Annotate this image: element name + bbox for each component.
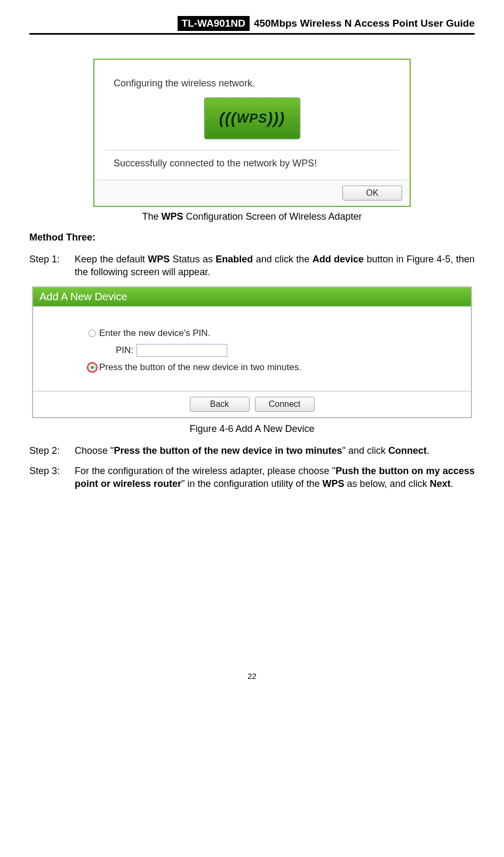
- wps-logo-text: WPS: [237, 111, 268, 126]
- radio-enter-pin[interactable]: [89, 330, 96, 337]
- option-label: Enter the new device's PIN.: [99, 328, 210, 339]
- pin-row: PIN:: [110, 344, 455, 357]
- step-1: Step 1: Keep the default WPS Status as E…: [29, 253, 475, 279]
- radio-press-button[interactable]: [89, 364, 96, 371]
- page-header: TL-WA901ND 450Mbps Wireless N Access Poi…: [29, 16, 475, 35]
- wps-dialog-body: Configuring the wireless network. ((( WP…: [94, 60, 410, 180]
- text: For the configuration of the wireless ad…: [75, 466, 335, 476]
- wps-success-text: Successfully connected to the network by…: [114, 158, 390, 169]
- text-bold: Add device: [313, 254, 364, 265]
- page-number: 22: [29, 671, 475, 680]
- option-press-button-row: Press the button of the new device in tw…: [89, 362, 455, 373]
- panel-footer: Back Connect: [33, 391, 471, 417]
- step-body: Choose "Press the button of the new devi…: [75, 444, 475, 457]
- panel-body: Enter the new device's PIN. PIN: Press t…: [33, 307, 471, 391]
- text-bold: Press the button of the new device in tw…: [114, 445, 342, 456]
- step-label: Step 2:: [29, 444, 75, 457]
- text: " and click: [342, 445, 388, 456]
- wps-logo-icon: ((( WPS ))): [204, 98, 300, 139]
- text-bold: Enabled: [215, 254, 253, 265]
- text: .: [451, 478, 453, 489]
- step-body: For the configuration of the wireless ad…: [75, 464, 475, 491]
- model-tag: TL-WA901ND: [178, 16, 250, 31]
- option-label: Press the button of the new device in tw…: [99, 362, 301, 373]
- text-bold: Next: [430, 478, 451, 489]
- connect-button[interactable]: Connect: [255, 397, 315, 412]
- add-device-panel: Add A New Device Enter the new device's …: [32, 286, 472, 418]
- panel-titlebar: Add A New Device: [33, 287, 471, 307]
- text: and click the: [253, 254, 312, 265]
- step-body: Keep the default WPS Status as Enabled a…: [75, 253, 475, 279]
- figure-caption-wps: The WPS Configuration Screen of Wireless…: [29, 211, 475, 222]
- signal-right-icon: ))): [267, 109, 285, 127]
- back-button[interactable]: Back: [190, 397, 250, 412]
- wps-config-dialog: Configuring the wireless network. ((( WP…: [93, 59, 411, 207]
- wps-configuring-text: Configuring the wireless network.: [114, 78, 390, 89]
- text: " in the configuration utility of the: [181, 478, 323, 489]
- text: .: [427, 445, 429, 456]
- text-bold: WPS: [323, 478, 345, 489]
- caption-text: Configuration Screen of Wireless Adapter: [183, 211, 362, 222]
- divider: [105, 150, 399, 150]
- option-enter-pin-row: Enter the new device's PIN.: [89, 328, 455, 339]
- figure-4-6-caption: Figure 4-6 Add A New Device: [29, 423, 475, 435]
- caption-text: The: [142, 211, 161, 222]
- method-heading: Method Three:: [29, 232, 475, 243]
- pin-label: PIN:: [110, 345, 133, 356]
- text: as below, and click: [345, 478, 430, 489]
- signal-left-icon: (((: [219, 109, 237, 127]
- step-2: Step 2: Choose "Press the button of the …: [29, 444, 475, 457]
- radio-dot-icon: [91, 366, 94, 369]
- text-bold: Connect: [388, 445, 427, 456]
- guide-title: 450Mbps Wireless N Access Point User Gui…: [254, 18, 475, 29]
- step-label: Step 1:: [29, 253, 75, 279]
- text: Choose ": [75, 445, 114, 456]
- wps-dialog-footer: OK: [94, 180, 410, 206]
- text-bold: WPS: [148, 254, 170, 265]
- step-label: Step 3:: [29, 464, 75, 491]
- caption-bold: WPS: [161, 211, 183, 222]
- ok-button[interactable]: OK: [342, 186, 402, 201]
- text: Status as: [170, 254, 215, 265]
- text: Keep the default: [75, 254, 148, 265]
- step-3: Step 3: For the configuration of the wir…: [29, 464, 475, 491]
- pin-input[interactable]: [137, 344, 227, 357]
